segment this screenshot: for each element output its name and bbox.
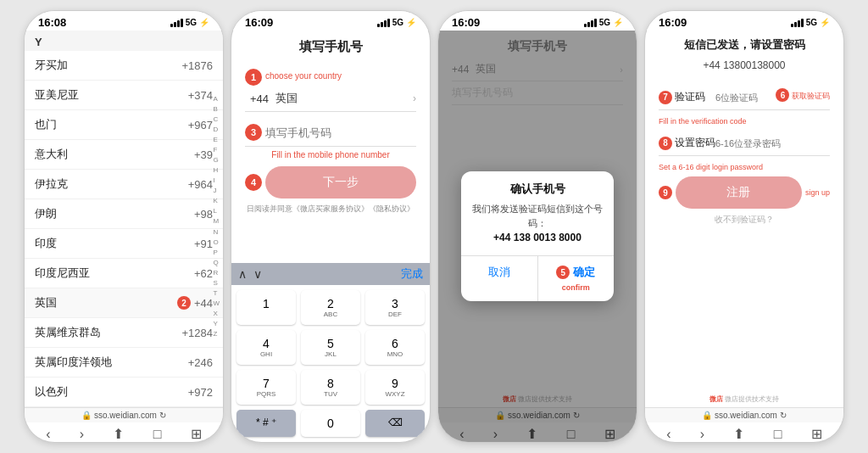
alpha-index[interactable]: ABCDEF GHIJKL MNOPQR STWXYZ: [213, 93, 220, 339]
get-code-label[interactable]: 6 获取验证码: [776, 88, 830, 102]
password-row: 8 设置密码: [659, 131, 830, 156]
badge-sign: 9: [659, 186, 672, 199]
back-icon-4[interactable]: ‹: [666, 427, 670, 442]
signal-icon-3: [584, 19, 597, 27]
phone-3: 16:09 5G ⚡ 填写手机号 +44 英国 › 填写手机号码: [437, 10, 637, 443]
phone-display: +44 13800138000: [645, 59, 843, 78]
country-row[interactable]: 牙买加+1876: [25, 51, 223, 81]
status-icons-2: 5G ⚡: [377, 18, 416, 27]
badge-phone-input: 3: [245, 124, 262, 141]
url-bar-4: 🔒 sso.weidian.com ↻: [645, 407, 843, 422]
forward-icon[interactable]: ›: [80, 427, 84, 442]
time-3: 16:09: [452, 16, 480, 29]
country-row[interactable]: 印度尼西亚+62: [25, 259, 223, 288]
tabs-icon-4[interactable]: ⊞: [811, 426, 822, 442]
keyboard-zero-row[interactable]: * # ⁺ 0 ⌫: [231, 410, 430, 442]
country-row[interactable]: 伊朗+98: [25, 199, 223, 229]
country-row[interactable]: 也门+967: [25, 110, 223, 140]
dialog-overlay: 确认手机号 我们将发送验证码短信到这个号码： +44 138 0013 8000…: [438, 31, 637, 442]
key-special-left[interactable]: * # ⁺: [236, 410, 296, 437]
signal-icon: [170, 19, 183, 27]
keyboard-grid[interactable]: 12ABC3DEF4GHI5JKL6MNO7PQRS8TUV9WXYZ: [231, 285, 430, 410]
key-5[interactable]: 5JKL: [301, 330, 360, 365]
country-row[interactable]: 印度+91: [25, 229, 223, 259]
prev-arrow[interactable]: ∧: [238, 267, 247, 281]
verify-row: 7 验证码 6 获取验证码: [659, 85, 830, 110]
key-backspace[interactable]: ⌫: [365, 410, 425, 437]
dialog-body: 我们将发送验证码短信到这个号码： +44 138 0013 8000: [461, 202, 614, 255]
badge-next-btn: 4: [245, 174, 262, 191]
signal-icon-4: [791, 19, 804, 27]
5g-icon-3: 5G: [599, 18, 610, 27]
key-7[interactable]: 7PQRS: [236, 370, 296, 405]
keyboard-container: ∧ ∨ 完成 12ABC3DEF4GHI5JKL6MNO7PQRS8TUV9WX…: [231, 221, 430, 442]
phone-2: 16:09 5G ⚡ 填写手机号 1 choose your country +: [231, 10, 431, 443]
next-button[interactable]: 下一步: [265, 166, 416, 199]
share-icon[interactable]: ⬆: [113, 426, 124, 442]
status-icons-4: 5G ⚡: [791, 18, 830, 27]
battery-icon: ⚡: [199, 18, 209, 27]
country-row[interactable]: 伊拉克+964: [25, 170, 223, 199]
nav-bar-1[interactable]: ‹ › ⬆ □ ⊞: [25, 422, 223, 442]
phones-container: 16:08 5G ⚡ Y 牙买加+1876亚美尼亚+374也门+967意大利+3…: [17, 0, 851, 453]
key-3[interactable]: 3DEF: [365, 290, 425, 325]
url-1: sso.weidian.com: [94, 411, 157, 420]
next-arrow[interactable]: ∨: [253, 267, 262, 281]
country-row[interactable]: 英国2+44: [25, 288, 223, 318]
keyboard-arrows[interactable]: ∧ ∨: [238, 267, 262, 281]
password-input[interactable]: [715, 138, 832, 148]
no-code-text[interactable]: 收不到验证码？: [659, 214, 830, 226]
key-9[interactable]: 9WXYZ: [365, 370, 425, 405]
badge-password: 8: [659, 137, 672, 150]
key-1[interactable]: 1: [236, 290, 296, 325]
country-row[interactable]: 意大利+39: [25, 140, 223, 170]
agreement-text: 日阅读并同意《微店买家服务协议》《隐私协议》: [245, 204, 416, 215]
status-bar-4: 16:09 5G ⚡: [645, 11, 843, 31]
key-8[interactable]: 8TUV: [301, 370, 360, 405]
confirm-dialog: 确认手机号 我们将发送验证码短信到这个号码： +44 138 0013 8000…: [461, 171, 614, 301]
back-icon[interactable]: ‹: [46, 427, 50, 442]
country-letter: Y: [35, 34, 42, 50]
battery-icon-3: ⚡: [613, 18, 623, 27]
phone-input[interactable]: [265, 126, 416, 139]
forward-icon-4[interactable]: ›: [700, 427, 704, 442]
dialog-phone: +44 138 0013 8000: [471, 230, 604, 245]
phone-1: 16:08 5G ⚡ Y 牙买加+1876亚美尼亚+374也门+967意大利+3…: [24, 10, 224, 443]
country-row[interactable]: 以色列+972: [25, 378, 223, 407]
confirm-annotation: confirm: [562, 283, 590, 292]
status-bar-1: 16:08 5G ⚡: [25, 11, 223, 31]
key-6[interactable]: 6MNO: [365, 330, 425, 365]
phone-4: 16:09 5G ⚡ 短信已发送，请设置密码 +44 13800138000 7…: [644, 10, 844, 443]
5g-icon-2: 5G: [392, 18, 403, 27]
bookmarks-icon-4[interactable]: □: [774, 427, 782, 442]
badge-verify: 7: [659, 91, 672, 104]
nav-bar-4[interactable]: ‹ › ⬆ □ ⊞: [645, 422, 843, 442]
country-list: 牙买加+1876亚美尼亚+374也门+967意大利+39伊拉克+964伊朗+98…: [25, 51, 223, 407]
country-row[interactable]: 亚美尼亚+374: [25, 81, 223, 110]
keyboard-done-btn[interactable]: 完成: [401, 266, 423, 282]
password-body: 7 验证码 6 获取验证码 Fill in the verification c…: [645, 78, 843, 232]
country-selector[interactable]: +44 英国 ›: [245, 86, 416, 112]
password-screen: 短信已发送，请设置密码 +44 13800138000 7 验证码 6 获取验证…: [645, 31, 843, 442]
confirm-button[interactable]: 5 确定 confirm: [538, 256, 615, 301]
share-icon-4[interactable]: ⬆: [733, 426, 744, 442]
tabs-icon[interactable]: ⊞: [191, 426, 202, 442]
url-bar-1: 🔒 sso.weidian.com ↻: [25, 407, 223, 422]
country-row[interactable]: 英属印度洋领地+246: [25, 348, 223, 378]
5g-icon: 5G: [186, 18, 197, 27]
country-name-display: 英国: [275, 91, 413, 106]
key-2[interactable]: 2ABC: [301, 290, 360, 325]
country-code-display: +44: [250, 92, 269, 105]
sign-button[interactable]: 注册: [676, 176, 802, 209]
support-logo-4: 微店 微店提供技术支持: [645, 391, 843, 407]
sms-sent-title: 短信已发送，请设置密码: [645, 31, 843, 59]
bookmarks-icon[interactable]: □: [153, 427, 162, 442]
key-4[interactable]: 4GHI: [236, 330, 296, 365]
key-zero[interactable]: 0: [301, 410, 360, 437]
badge-get-code: 6: [776, 88, 789, 102]
dialog-buttons: 取消 5 确定 confirm: [461, 255, 614, 301]
country-row[interactable]: 英属维京群岛+1284: [25, 318, 223, 348]
url-4: sso.weidian.com: [715, 411, 777, 420]
phone-input-row: 3: [245, 119, 416, 147]
cancel-button[interactable]: 取消: [461, 256, 538, 301]
